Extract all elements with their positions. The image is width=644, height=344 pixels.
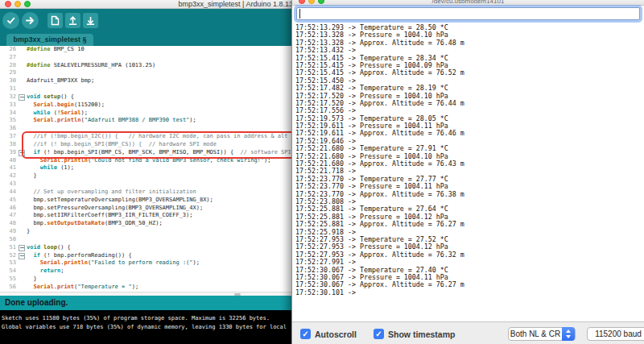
gutter-space (16, 205, 27, 213)
code-line: 45 bmp.setTemperatureOversampling(BMP3_O… (0, 197, 295, 205)
serial-window-title: /dev/cu.usbmodem14101 (292, 0, 644, 5)
code-line: 42 } (0, 172, 295, 180)
show-timestamp-checkbox[interactable]: ✓ (374, 329, 384, 339)
code-fold-icon[interactable] (16, 252, 27, 260)
line-number: 46 (0, 205, 16, 213)
line-number: 48 (0, 220, 16, 228)
minimize-window-icon[interactable] (14, 1, 21, 7)
line-number: 43 (0, 180, 16, 189)
code-line: 40 Serial.println("Could not find a vali… (0, 157, 295, 165)
code-line: 33 Serial.begin(115200); (0, 102, 295, 110)
serial-output[interactable]: 17:52:13.293 -> Temperature = 28.50 *C17… (292, 23, 644, 321)
gutter-space (16, 141, 27, 149)
code-line: 46 bmp.setPressureOversampling(BMP3_OVER… (0, 205, 295, 213)
line-number: 35 (0, 117, 16, 125)
show-timestamp-label: Show timestamp (388, 329, 455, 339)
gutter-space (16, 85, 27, 93)
code-line: 36 (0, 125, 295, 133)
code-fold-icon[interactable] (16, 244, 27, 252)
line-number: 27 (0, 54, 16, 62)
new-sketch-button[interactable] (47, 13, 63, 28)
line-number: 36 (0, 125, 16, 133)
gutter-space (16, 212, 27, 220)
serial-bottom-bar: ✓ Autoscroll ✓ Show timestamp Both NL & … (292, 321, 644, 344)
line-number: 50 (0, 236, 16, 244)
line-ending-dropdown[interactable]: Both NL & CR (508, 327, 576, 341)
gutter-space (16, 259, 27, 267)
code-text: bmp.setTemperatureOversampling(BMP3_OVER… (27, 197, 213, 205)
open-sketch-button[interactable] (65, 13, 80, 28)
line-number: 38 (0, 141, 16, 149)
line-number: 42 (0, 172, 16, 180)
line-number: 34 (0, 110, 16, 118)
upload-button[interactable] (22, 12, 39, 29)
new-sketch-icon (51, 15, 60, 26)
gutter-space (16, 62, 27, 70)
gutter-space (16, 236, 27, 244)
code-line: 29 (0, 69, 295, 77)
code-text: if (! bmp.begin_SPI(BMP_CS, BMP_SCK, BMP… (27, 149, 291, 157)
tab-bmp3xx-simpletest[interactable]: bmp3xx_simpletest § (6, 34, 93, 46)
gutter-space (16, 220, 27, 228)
gutter-space (16, 69, 27, 77)
line-number: 51 (0, 244, 16, 252)
status-bar: Done uploading. (0, 296, 295, 310)
console-line: Global variables use 718 bytes (35%) of … (2, 323, 295, 332)
build-console[interactable]: Sketch uses 11580 bytes (35%) of program… (0, 310, 295, 344)
gutter-space (16, 228, 27, 236)
code-text: Serial.println("Adafruit BMP388 / BMP390… (27, 117, 196, 125)
arduino-titlebar[interactable]: bmp3xx_simpletest | Arduino 1.8.13 (0, 0, 295, 9)
window-title: bmp3xx_simpletest | Arduino 1.8.13 (116, 0, 293, 9)
gutter-space (16, 189, 27, 197)
code-text: while (1); (27, 164, 74, 172)
code-line: 38 //if (! bmp.begin_SPI(BMP_CS)) { // h… (0, 141, 295, 149)
autoscroll-checkbox[interactable]: ✓ (300, 329, 311, 339)
line-number: 37 (0, 133, 16, 141)
gutter-space (16, 125, 27, 133)
open-sketch-icon (68, 15, 78, 26)
code-text: while (!Serial); (27, 110, 88, 118)
line-number: 55 (0, 276, 16, 284)
line-number: 39 (0, 149, 16, 157)
serial-send-input[interactable] (296, 7, 640, 20)
code-text: #define BMP_CS 10 (27, 46, 85, 54)
verify-check-icon (6, 15, 16, 26)
line-number: 33 (0, 102, 16, 110)
window-controls (5, 1, 31, 7)
verify-button[interactable] (2, 12, 19, 29)
line-number: 49 (0, 228, 16, 236)
zoom-window-icon[interactable] (24, 1, 31, 7)
code-text: Serial.print("Temperature = "); (27, 284, 138, 292)
code-line: 35 Serial.println("Adafruit BMP388 / BMP… (0, 117, 295, 125)
code-text: Adafruit_BMP3XX bmp; (27, 77, 94, 85)
code-line: 56 Serial.print("Temperature = "); (0, 284, 295, 292)
serial-titlebar[interactable]: /dev/cu.usbmodem14101 (292, 0, 644, 6)
code-fold-icon[interactable] (16, 93, 27, 102)
line-number: 53 (0, 259, 16, 267)
code-line: 37 //if (!bmp.begin_I2C()) { // hardware… (0, 133, 295, 141)
code-text: Serial.println("Could not find a valid B… (27, 157, 270, 165)
code-text: bmp.setOutputDataRate(BMP3_ODR_50_HZ); (27, 220, 163, 228)
gutter-space (16, 117, 27, 125)
code-line: 50 (0, 236, 295, 244)
code-editor[interactable]: 26#define BMP_CS 102728#define SEALEVELP… (0, 46, 295, 292)
close-window-icon[interactable] (5, 1, 11, 7)
save-sketch-button[interactable] (83, 13, 98, 28)
code-fold-icon[interactable] (16, 149, 27, 157)
arduino-ide-window: bmp3xx_simpletest | Arduino 1.8.13 (0, 0, 295, 344)
code-text: //if (!bmp.begin_I2C()) { // hardware I2… (27, 133, 288, 141)
desktop: bmp3xx_simpletest | Arduino 1.8.13 (0, 0, 644, 344)
text-cursor (299, 9, 300, 19)
line-number: 47 (0, 212, 16, 220)
gutter-space (16, 77, 27, 85)
code-line: 32void setup() { (0, 93, 295, 102)
line-number: 26 (0, 46, 16, 54)
gutter-space (16, 284, 27, 292)
code-line: 48 bmp.setOutputDataRate(BMP3_ODR_50_HZ)… (0, 220, 295, 228)
editor-tabbar: bmp3xx_simpletest § (0, 32, 295, 46)
baud-rate-dropdown[interactable]: 115200 baud (587, 327, 644, 341)
code-text: } (27, 172, 37, 180)
gutter-space (16, 164, 27, 172)
gutter-space (16, 110, 27, 118)
line-number: 44 (0, 189, 16, 197)
